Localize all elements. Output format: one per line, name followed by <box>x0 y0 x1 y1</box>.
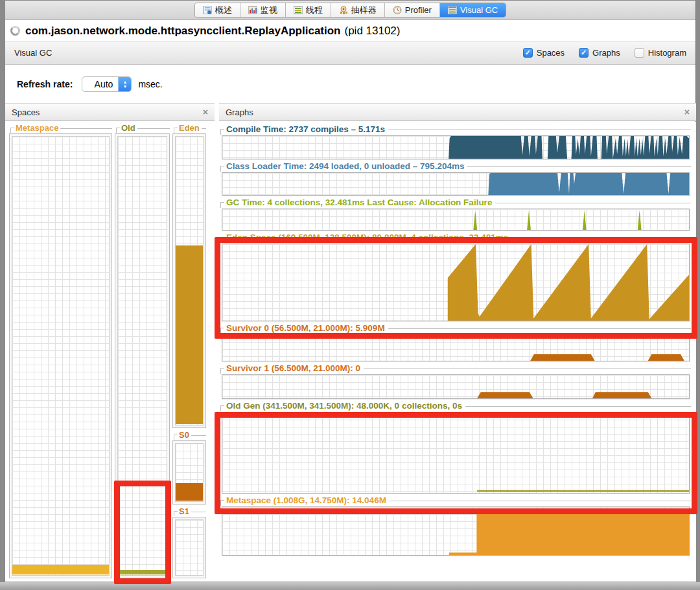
eden-space-title: Eden Space (169.500M, 128.500M): 80.809M… <box>220 233 691 243</box>
sampler-icon <box>339 6 348 14</box>
tab-profiler[interactable]: Profiler <box>385 3 440 17</box>
overview-icon <box>203 6 212 14</box>
s0-fill-bar <box>176 483 203 501</box>
threads-icon <box>294 6 303 14</box>
tab-sampler[interactable]: 抽样器 <box>331 3 385 17</box>
tab-label: Visual GC <box>460 5 498 15</box>
application-title-row: com.jason.network.mode.httpasyncclient.R… <box>5 21 695 41</box>
tab-group: 概述 监视 线程 抽样器 Profiler <box>194 3 506 17</box>
graphs-panel-body: Compile Time: 2737 compiles – 5.171s Cla… <box>219 122 696 582</box>
spaces-panel-header: Spaces × <box>5 103 215 121</box>
checkbox-icon <box>579 48 589 58</box>
eden-column-label: Eden <box>172 124 206 133</box>
tab-overview[interactable]: 概述 <box>195 3 240 17</box>
monitor-icon <box>248 6 257 14</box>
s0-column-label: S0 <box>172 431 206 440</box>
spaces-panel-title: Spaces <box>12 108 40 117</box>
close-icon[interactable]: × <box>684 107 690 117</box>
checkbox-label: Histogram <box>648 48 686 58</box>
survivor0-graph: Survivor 0 (56.500M, 21.000M): 5.909M <box>220 323 691 361</box>
application-title: com.jason.network.mode.httpasyncclient.R… <box>25 25 340 38</box>
checkbox-icon <box>523 48 533 58</box>
spaces-checkbox[interactable]: Spaces <box>523 48 565 58</box>
tab-label: Profiler <box>405 5 432 15</box>
visualgc-toolbar-title: Visual GC <box>14 48 52 58</box>
refresh-rate-row: Refresh rate: Auto ▲▼ msec. <box>5 65 695 103</box>
tab-label: 线程 <box>306 5 323 16</box>
metaspace-column: Metaspace <box>9 124 112 578</box>
close-icon[interactable]: × <box>203 107 208 117</box>
checkbox-label: Graphs <box>592 48 620 58</box>
stepper-icon[interactable]: ▲▼ <box>118 76 131 92</box>
s1-column-label: S1 <box>172 507 206 516</box>
s1-column: S1 <box>172 507 206 578</box>
tab-threads[interactable]: 线程 <box>286 3 331 17</box>
old-gen-graph: Old Gen (341.500M, 341.500M): 48.000K, 0… <box>220 401 691 494</box>
survivor0-title: Survivor 0 (56.500M, 21.000M): 5.909M <box>220 323 691 334</box>
main-window: 概述 监视 线程 抽样器 Profiler <box>5 1 696 582</box>
metaspace-graph-title: Metaspace (1.008G, 14.750M): 14.046M <box>220 495 691 506</box>
refresh-rate-unit: msec. <box>138 79 162 89</box>
metaspace-graph: Metaspace (1.008G, 14.750M): 14.046M <box>220 495 691 556</box>
gc-time-title: GC Time: 4 collections, 32.481ms Last Ca… <box>220 198 691 208</box>
eden-column: Eden <box>172 124 206 428</box>
gc-time-graph: GC Time: 4 collections, 32.481ms Last Ca… <box>220 198 691 231</box>
compile-time-title: Compile Time: 2737 compiles – 5.171s <box>220 124 691 135</box>
profiler-icon <box>393 6 402 14</box>
checkbox-icon <box>635 48 644 58</box>
tab-monitor[interactable]: 监视 <box>240 3 286 17</box>
window-frame-bottom <box>0 582 700 590</box>
old-column: Old <box>115 124 170 578</box>
loading-spinner-icon <box>10 26 20 36</box>
graphs-panel-title: Graphs <box>226 108 253 117</box>
eden-space-graph: Eden Space (169.500M, 128.500M): 80.809M… <box>220 233 691 321</box>
checkbox-label: Spaces <box>537 48 565 58</box>
refresh-rate-label: Refresh rate: <box>17 79 73 89</box>
class-loader-time-graph: Class Loader Time: 2494 loaded, 0 unload… <box>220 161 691 196</box>
visualgc-icon <box>448 6 457 14</box>
visualvm-window: 概述 监视 线程 抽样器 Profiler <box>0 0 700 590</box>
metaspace-column-label: Metaspace <box>9 124 112 133</box>
histogram-checkbox[interactable]: Histogram <box>635 48 686 58</box>
eden-fill-bar <box>176 245 203 424</box>
old-column-label: Old <box>115 124 170 133</box>
metaspace-fill-bar <box>12 565 109 574</box>
old-fill-bar <box>118 570 167 574</box>
survivor1-graph: Survivor 1 (56.500M, 21.000M): 0 <box>220 363 691 399</box>
tab-label: 概述 <box>215 5 232 16</box>
tab-label: 抽样器 <box>351 5 377 16</box>
visualgc-toolbar: Visual GC Spaces Graphs Histogram <box>5 41 695 65</box>
tab-bar: 概述 监视 线程 抽样器 Profiler <box>5 1 695 20</box>
compile-time-graph: Compile Time: 2737 compiles – 5.171s <box>220 124 691 159</box>
survivor1-title: Survivor 1 (56.500M, 21.000M): 0 <box>220 363 691 374</box>
graphs-panel-header: Graphs × <box>219 103 696 121</box>
tab-visual-gc[interactable]: Visual GC <box>440 3 506 17</box>
old-gen-title: Old Gen (341.500M, 341.500M): 48.000K, 0… <box>220 401 691 411</box>
graphs-checkbox[interactable]: Graphs <box>579 48 620 58</box>
tab-label: 监视 <box>261 5 277 16</box>
refresh-rate-value: Auto <box>82 79 118 89</box>
s0-column: S0 <box>172 431 206 505</box>
refresh-rate-select[interactable]: Auto ▲▼ <box>82 76 132 92</box>
application-pid: (pid 13102) <box>344 25 400 38</box>
class-loader-title: Class Loader Time: 2494 loaded, 0 unload… <box>220 161 691 172</box>
